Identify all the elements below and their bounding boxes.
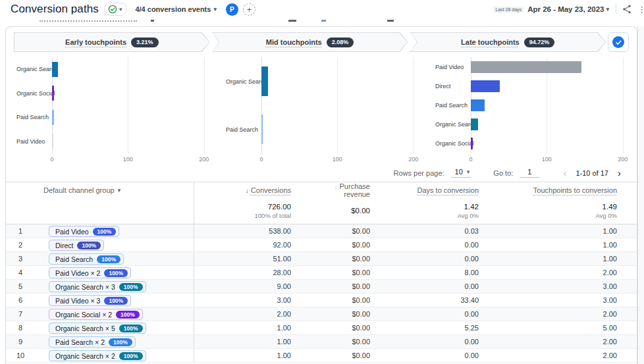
dimension-header-select[interactable]: Default channel group ▾ [6, 186, 194, 194]
total-touchpoints-avg: Avg 0% [489, 212, 617, 219]
chart-category-label: Organic Search [435, 115, 471, 134]
table-row: 2Direct100%92.00$0.000.001.00 [6, 238, 637, 252]
add-segment-button[interactable]: + [243, 3, 255, 16]
table-header-row: Default channel group ▾ ↓Conversions ↓Pu… [6, 182, 637, 197]
bar-organic-search[interactable] [52, 62, 58, 77]
row-number: 9 [6, 338, 35, 346]
bar-paid-search[interactable] [52, 110, 54, 125]
rows-per-page-select[interactable]: 10 ▾ [451, 168, 471, 178]
avatar[interactable]: P [226, 3, 238, 16]
insights-icon[interactable]: ⋮ [637, 5, 644, 14]
cell-days: 33.40 [460, 296, 479, 304]
row-number: 3 [6, 255, 35, 263]
chart-category-label: Organic Social [435, 134, 471, 153]
cell-conversions: 538.00 [269, 227, 291, 235]
bar-organic-search[interactable] [261, 66, 268, 96]
total-revenue: $0.00 [307, 207, 370, 215]
bar-paid-video[interactable] [471, 61, 581, 73]
chart-category-label: Paid Search [435, 95, 471, 115]
column-header-days-to-conversion[interactable]: Days to conversion [381, 186, 489, 194]
share-icon[interactable] [622, 4, 632, 14]
bar-organic-social[interactable] [471, 138, 473, 149]
channel-share-pill: 100% [93, 228, 117, 236]
x-axis-tick-label: 200 [199, 156, 209, 163]
cell-revenue: $0.00 [352, 255, 370, 263]
conversion-events-selector[interactable]: 4/4 conversion events ▾ [135, 5, 216, 13]
cell-touchpoints: 2.00 [603, 338, 617, 346]
bar-paid-search[interactable] [471, 99, 485, 111]
bar-direct[interactable] [471, 80, 500, 92]
channel-share-pill: 100% [104, 297, 128, 305]
channel-path-badge[interactable]: Direct100% [49, 240, 104, 251]
check-icon [612, 36, 624, 48]
channel-path-label: Paid Video × 2 [55, 269, 100, 277]
cell-revenue: $0.00 [352, 241, 370, 249]
cell-revenue: $0.00 [352, 269, 370, 276]
chevron-down-icon: ▾ [467, 169, 470, 175]
clipped-text-fragment [40, 20, 137, 22]
prev-page-button[interactable]: ‹ [562, 168, 568, 178]
channel-share-pill: 100% [116, 311, 140, 319]
bar-organic-social[interactable] [52, 86, 54, 101]
funnel-stage-late-touchpoints[interactable]: Late touchpoints94.72% [410, 32, 606, 52]
channel-path-badge[interactable]: Paid Video × 3100% [49, 295, 131, 306]
row-number: 1 [6, 227, 35, 235]
channel-path-badge[interactable]: Organic Social × 2100% [49, 309, 143, 320]
date-range-label: Apr 26 - May 23, 2023 [527, 5, 604, 13]
funnel-stage-early-touchpoints[interactable]: Early touchpoints3.21% [14, 32, 210, 52]
row-number: 8 [6, 324, 35, 332]
clipped-text-fragment [387, 20, 394, 22]
chart-category-label: Organic Search [226, 57, 261, 105]
clipped-text-fragment [151, 20, 154, 22]
chart-category-label: Direct [435, 76, 471, 95]
column-header-conversions[interactable]: ↓Conversions [194, 182, 307, 198]
bar-paid-search[interactable] [261, 115, 263, 144]
total-days-avg: Avg 0% [381, 212, 479, 219]
x-axis-tick-label: 0 [50, 156, 53, 163]
report-status-selector[interactable]: ▾ [104, 3, 128, 16]
next-page-button[interactable]: › [616, 168, 622, 178]
channel-path-badge[interactable]: Paid Search × 2100% [49, 336, 136, 348]
chart-category-label: Organic Search [16, 57, 52, 82]
selected-stage-indicator[interactable] [608, 32, 629, 52]
channel-path-label: Organic Social × 2 [55, 311, 112, 319]
cell-revenue: $0.00 [352, 351, 370, 359]
paths-table: Default channel group ▾ ↓Conversions ↓Pu… [6, 182, 637, 363]
channel-path-badge[interactable]: Organic Search × 2100% [49, 350, 146, 361]
date-range-selector[interactable]: Apr 26 - May 23, 2023 ▾ [527, 5, 609, 13]
bar-organic-search[interactable] [471, 118, 478, 130]
cell-conversions: 28.00 [273, 269, 291, 276]
funnel-stage-label: Early touchpoints [65, 38, 126, 46]
cell-revenue: $0.00 [352, 282, 370, 290]
row-number: 2 [6, 241, 35, 249]
channel-path-badge[interactable]: Organic Search × 3100% [49, 281, 146, 292]
channel-path-label: Direct [55, 242, 73, 249]
cell-days: 0.00 [465, 351, 479, 359]
chart-late-touchpoints: Paid VideoDirectPaid SearchOrganic Searc… [425, 57, 634, 164]
channel-path-label: Organic Search × 3 [55, 283, 115, 291]
column-header-purchase-revenue[interactable]: ↓Purchase revenue [307, 182, 381, 198]
channel-path-label: Organic Search × 5 [55, 325, 115, 332]
total-touchpoints: 1.49 [489, 203, 617, 211]
cell-touchpoints: 1.00 [603, 241, 617, 249]
goto-page-input[interactable]: 1 [520, 168, 539, 178]
table-row: 4Paid Video × 2100%28.00$0.008.002.00 [6, 266, 637, 280]
channel-path-badge[interactable]: Paid Video100% [49, 226, 119, 237]
x-axis-tick-label: 0 [469, 156, 472, 163]
channel-path-badge[interactable]: Paid Search100% [49, 253, 124, 265]
table-totals-row: 726.00 100% of total $0.00 1.42 Avg 0% 1… [6, 197, 637, 224]
channel-path-badge[interactable]: Paid Video × 2100% [49, 267, 131, 278]
bar-paid-video[interactable] [52, 134, 53, 149]
x-axis-tick-label: 100 [123, 156, 133, 163]
cell-conversions: 3.00 [277, 296, 291, 304]
channel-share-pill: 100% [77, 242, 101, 250]
table-row: 8Organic Search × 5100%1.00$0.005.255.00 [6, 321, 637, 335]
cell-revenue: $0.00 [352, 324, 370, 332]
x-axis-tick-label: 200 [408, 156, 418, 163]
column-header-touchpoints-to-conversion[interactable]: Touchpoints to conversion [489, 186, 637, 194]
cell-days: 0.00 [465, 282, 479, 290]
cell-touchpoints: 3.00 [603, 282, 617, 290]
channel-share-pill: 100% [104, 269, 128, 278]
channel-path-badge[interactable]: Organic Search × 5100% [49, 323, 146, 334]
funnel-stage-mid-touchpoints[interactable]: Mid touchpoints2.08% [212, 32, 408, 52]
